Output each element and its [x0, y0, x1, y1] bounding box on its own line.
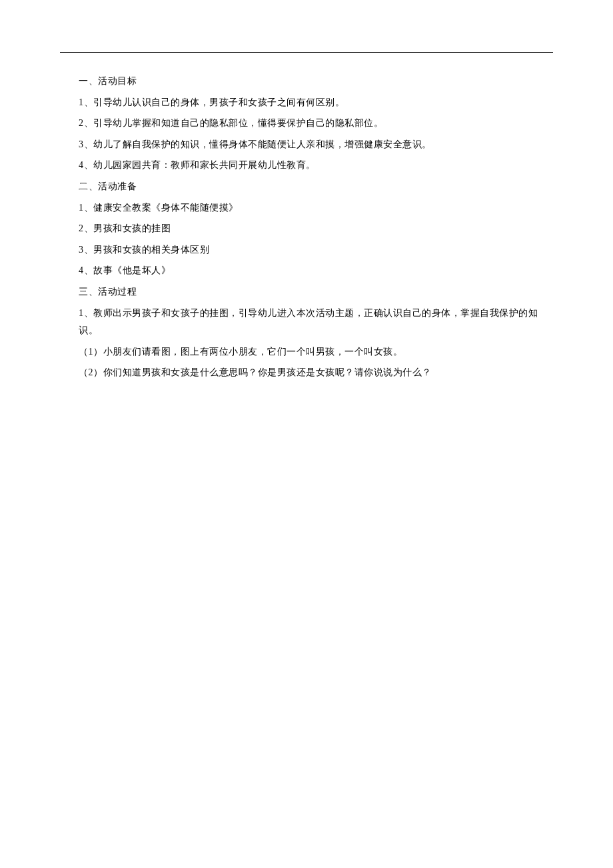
document-page: 一、活动目标 1、引导幼儿认识自己的身体，男孩子和女孩子之间有何区别。 2、引导…	[0, 0, 613, 382]
list-item: 4、故事《他是坏人》	[79, 262, 553, 280]
section-heading: 三、活动过程	[79, 283, 553, 301]
list-item: 3、幼儿了解自我保护的知识，懂得身体不能随便让人亲和摸，增强健康安全意识。	[79, 136, 553, 154]
list-item: 2、男孩和女孩的挂图	[79, 220, 553, 238]
list-item: 1、健康安全教案《身体不能随便摸》	[79, 199, 553, 217]
list-item: 4、幼儿园家园共育：教师和家长共同开展幼儿性教育。	[79, 157, 553, 175]
list-item: 1、引导幼儿认识自己的身体，男孩子和女孩子之间有何区别。	[79, 94, 553, 112]
document-content: 一、活动目标 1、引导幼儿认识自己的身体，男孩子和女孩子之间有何区别。 2、引导…	[60, 73, 553, 382]
horizontal-divider	[60, 52, 553, 53]
section-heading: 一、活动目标	[79, 73, 553, 91]
sub-list-item: （2）你们知道男孩和女孩是什么意思吗？你是男孩还是女孩呢？请你说说为什么？	[79, 364, 553, 382]
section-heading: 二、活动准备	[79, 178, 553, 196]
list-item: 3、男孩和女孩的相关身体区别	[79, 241, 553, 259]
list-item: 1、教师出示男孩子和女孩子的挂图，引导幼儿进入本次活动主题，正确认识自己的身体，…	[79, 305, 553, 340]
sub-list-item: （1）小朋友们请看图，图上有两位小朋友，它们一个叫男孩，一个叫女孩。	[79, 343, 553, 361]
list-item: 2、引导幼儿掌握和知道自己的隐私部位，懂得要保护自己的隐私部位。	[79, 115, 553, 133]
